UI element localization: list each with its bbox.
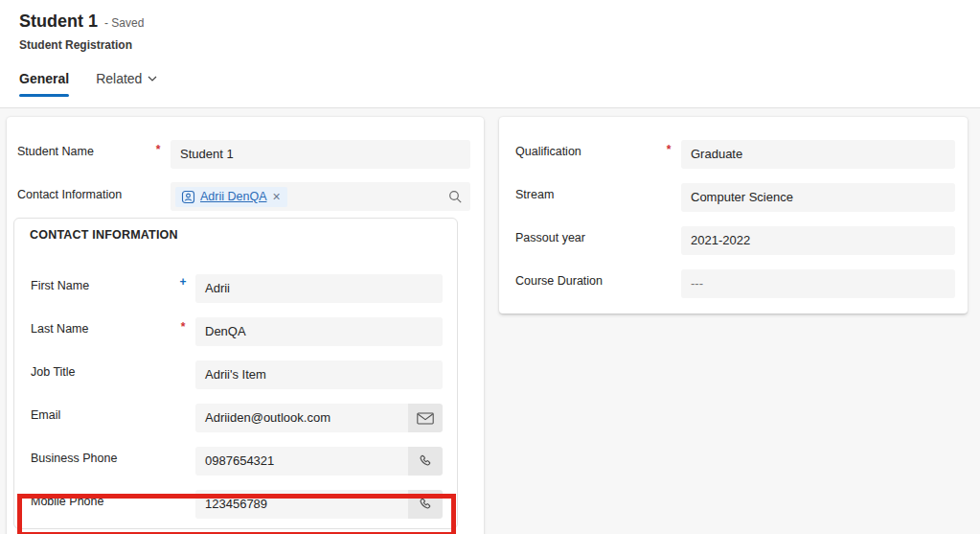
call-mobile-phone-button[interactable]: [408, 490, 443, 519]
business-phone-value: 0987654321: [205, 453, 274, 468]
qualification-input[interactable]: Graduate: [681, 140, 955, 169]
remove-contact-icon[interactable]: ×: [271, 190, 281, 203]
email-value: Adriiden@outlook.com: [205, 410, 330, 425]
call-business-phone-button[interactable]: [408, 447, 443, 476]
last-name-required-marker: *: [177, 320, 189, 334]
contact-information-section-title: CONTACT INFORMATION: [30, 228, 178, 242]
first-name-input[interactable]: Adrii: [195, 274, 443, 303]
general-section-card: Student Name * Student 1 Contact Informa…: [7, 117, 484, 534]
first-name-recommended-marker: +: [177, 275, 189, 289]
passout-year-label: Passout year: [515, 231, 585, 244]
phone-icon: [419, 454, 432, 468]
business-phone-input[interactable]: 0987654321: [195, 447, 443, 476]
contact-lookup-field[interactable]: Adrii DenQA ×: [171, 182, 470, 211]
chevron-down-icon: [148, 76, 157, 81]
form-header: Student 1 - Saved Student Registration G…: [0, 0, 980, 108]
tab-related-label: Related: [96, 71, 142, 86]
qualification-required-marker: *: [663, 143, 674, 156]
email-input[interactable]: Adriiden@outlook.com: [195, 404, 443, 432]
phone-icon: [419, 498, 432, 511]
stream-input[interactable]: Computer Science: [681, 183, 955, 212]
last-name-input[interactable]: DenQA: [195, 317, 443, 346]
job-title-label: Job Title: [31, 365, 76, 379]
contact-lookup-pill: Adrii DenQA ×: [175, 187, 287, 207]
student-name-required-marker: *: [152, 143, 164, 156]
save-status: - Saved: [104, 16, 144, 30]
tab-related[interactable]: Related: [96, 71, 157, 86]
stream-label: Stream: [515, 188, 554, 201]
education-section-card: Qualification * Graduate Stream Computer…: [499, 117, 968, 313]
email-label: Email: [31, 408, 60, 422]
contact-information-section: CONTACT INFORMATION First Name + Adrii L…: [13, 218, 458, 529]
business-phone-label: Business Phone: [31, 452, 117, 465]
course-duration-label: Course Duration: [515, 274, 603, 288]
tab-general[interactable]: General: [19, 71, 69, 86]
job-title-input[interactable]: Adrii's Item: [195, 360, 443, 389]
record-title-row: Student 1 - Saved: [19, 12, 144, 32]
student-name-input[interactable]: Student 1: [171, 140, 470, 169]
last-name-label: Last Name: [31, 322, 88, 336]
first-name-label: First Name: [31, 279, 89, 292]
send-email-button[interactable]: [408, 404, 443, 432]
search-icon[interactable]: [448, 190, 463, 204]
passout-year-input[interactable]: 2021-2022: [681, 226, 955, 255]
form-body: Student Name * Student 1 Contact Informa…: [0, 108, 980, 534]
envelope-icon: [417, 412, 434, 425]
record-title: Student 1: [19, 12, 98, 32]
course-duration-input[interactable]: ---: [681, 269, 955, 298]
mobile-phone-label: Mobile Phone: [31, 495, 103, 508]
mobile-phone-value: 123456789: [205, 497, 267, 511]
contact-card-icon: [181, 190, 195, 204]
entity-name: Student Registration: [19, 38, 132, 52]
qualification-label: Qualification: [515, 145, 581, 158]
student-name-label: Student Name: [17, 145, 94, 158]
mobile-phone-input[interactable]: 123456789: [195, 490, 443, 519]
contact-information-label: Contact Information: [17, 188, 122, 201]
tab-bar: General Related: [19, 71, 157, 86]
tab-general-label: General: [19, 71, 69, 86]
contact-record-link[interactable]: Adrii DenQA: [200, 190, 266, 203]
